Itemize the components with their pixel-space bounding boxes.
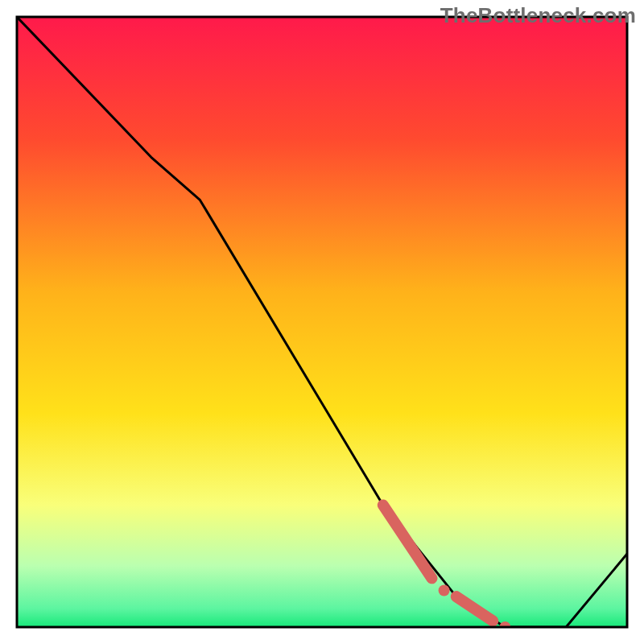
chart-frame: TheBottleneck.com — [0, 0, 644, 644]
watermark-label: TheBottleneck.com — [440, 3, 636, 28]
bottleneck-chart — [0, 0, 644, 644]
gradient-background — [17, 17, 627, 627]
highlight-dot — [439, 585, 450, 597]
